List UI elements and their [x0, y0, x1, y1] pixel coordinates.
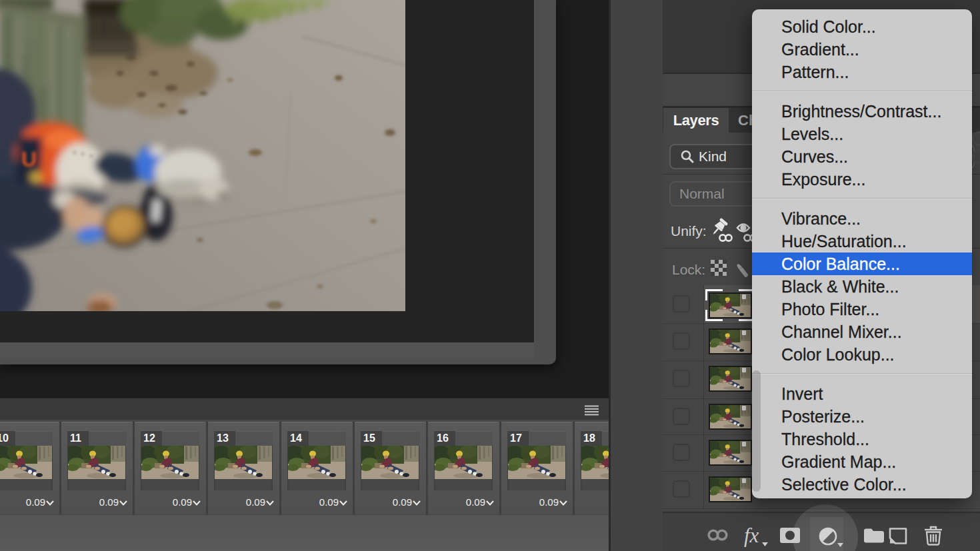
svg-text:U: U — [21, 147, 37, 171]
svg-text:fx: fx — [744, 524, 759, 547]
